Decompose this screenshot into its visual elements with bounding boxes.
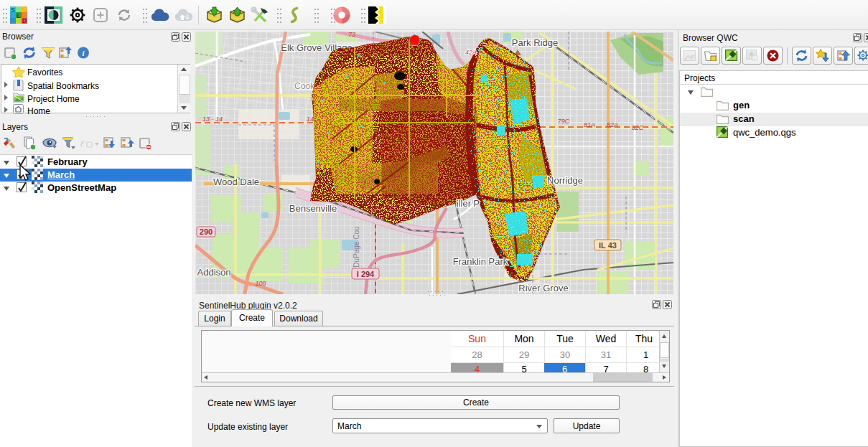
svg-text:82C: 82C: [632, 124, 644, 131]
svg-text:L: L: [17, 12, 21, 19]
svg-text:79C: 79C: [558, 118, 570, 125]
svg-text:82A: 82A: [607, 121, 618, 128]
svg-text:42A: 42A: [465, 49, 477, 56]
svg-text:I 294: I 294: [357, 270, 375, 278]
svg-text:ε: ε: [80, 138, 85, 149]
svg-text:Park Ridge: Park Ridge: [512, 37, 558, 48]
svg-text:Addison: Addison: [197, 267, 231, 278]
svg-text:Bensenville: Bensenville: [289, 203, 337, 214]
svg-text:13 - 14: 13 - 14: [202, 116, 223, 123]
svg-text:Franklin Park: Franklin Park: [453, 256, 508, 267]
svg-text:Wood Dale: Wood Dale: [213, 177, 259, 187]
svg-text:81A: 81A: [584, 121, 595, 128]
svg-text:D: D: [22, 17, 27, 24]
svg-text:River Grove: River Grove: [518, 283, 568, 293]
svg-text:14: 14: [307, 116, 314, 123]
svg-text:108: 108: [255, 280, 266, 287]
svg-text:Cook: Cook: [294, 81, 315, 91]
svg-text:Norridge: Norridge: [547, 175, 583, 186]
svg-text:DuPage Cou: DuPage Cou: [353, 226, 360, 267]
svg-text:290: 290: [200, 227, 213, 236]
svg-text:S: S: [11, 6, 15, 14]
svg-text:iller P: iller P: [457, 198, 480, 209]
svg-text:IL 43: IL 43: [599, 241, 617, 250]
